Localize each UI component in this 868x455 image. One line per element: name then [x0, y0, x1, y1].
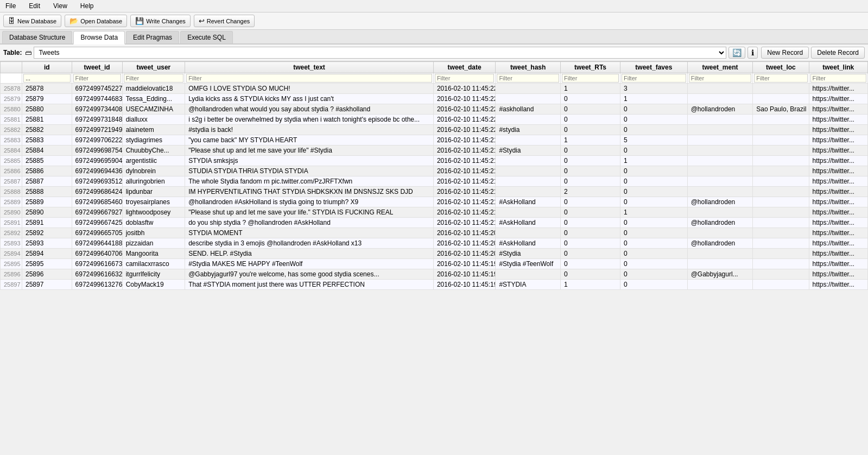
- table-row[interactable]: 25887 25887 697249969351299073 alluringo…: [1, 176, 868, 187]
- filter-tweet_id-input[interactable]: [73, 74, 121, 83]
- col-header-id[interactable]: id: [22, 62, 72, 73]
- cell-tweet_rts: 0: [560, 197, 620, 207]
- cell-tweet_date: 2016-02-10 11:45:22: [433, 94, 495, 104]
- cell-tweet_link: https://twitter...: [809, 125, 867, 135]
- cell-tweet_ment: [687, 125, 753, 135]
- table-row[interactable]: 25894 25894 697249964070674433 Mangoorit…: [1, 249, 868, 259]
- cell-id: 25888: [22, 187, 72, 197]
- open-database-button[interactable]: 📂 Open Database: [65, 15, 127, 27]
- filter-tweet_hash-input[interactable]: [497, 74, 559, 83]
- filter-tweet_faves-input[interactable]: [622, 74, 686, 83]
- col-header-tweet_date[interactable]: tweet_date: [433, 62, 495, 73]
- table-row[interactable]: 25881 25881 697249973184892928 dialluxx …: [1, 115, 868, 125]
- cell-tweet_id: 697249969590431744: [72, 156, 122, 166]
- filter-tweet_ment[interactable]: [687, 73, 753, 84]
- col-header-tweet_text[interactable]: tweet_text: [185, 62, 434, 73]
- filter-tweet_faves[interactable]: [620, 73, 688, 84]
- new-record-button[interactable]: New Record: [761, 47, 809, 59]
- cell-id: 25883: [22, 135, 72, 146]
- filter-tweet_date-input[interactable]: [435, 74, 494, 83]
- col-header-tweet_link[interactable]: tweet_link: [809, 62, 867, 73]
- table-row[interactable]: 25895 25895 697249961667383296 camilacxr…: [1, 259, 868, 269]
- filter-id-input[interactable]: [23, 74, 71, 83]
- filter-tweet_id[interactable]: [72, 73, 122, 84]
- delete-record-button[interactable]: Delete Record: [811, 47, 865, 59]
- filter-tweet_hash[interactable]: [496, 73, 561, 84]
- tab-browse-data[interactable]: Browse Data: [73, 31, 125, 45]
- cell-tweet_id: 697249973184892928: [72, 115, 122, 125]
- cell-id: 25879: [22, 94, 72, 104]
- row-num: 25884: [1, 146, 22, 156]
- cell-tweet_ment: [687, 146, 753, 156]
- table-row[interactable]: 25885 25885 697249969590431744 argentist…: [1, 156, 868, 166]
- col-header-tweet_ment[interactable]: tweet_ment: [687, 62, 753, 73]
- table-row[interactable]: 25879 25879 697249974468354050 Tessa_Edd…: [1, 94, 868, 104]
- data-table-wrapper[interactable]: id tweet_id tweet_user tweet_text tweet_…: [0, 61, 868, 455]
- cell-tweet_loc: [753, 259, 809, 269]
- table-row[interactable]: 25886 25886 697249969443627008 dylnobrei…: [1, 166, 868, 176]
- tab-execute-sql[interactable]: Execute SQL: [180, 31, 233, 43]
- filter-tweet_ment-input[interactable]: [689, 74, 752, 83]
- write-changes-button[interactable]: 💾 Write Changes: [130, 15, 191, 27]
- cell-tweet_hash: #Stydia: [496, 249, 561, 259]
- cell-tweet_ment: [687, 187, 753, 197]
- filter-tweet_loc[interactable]: [753, 73, 809, 84]
- table-row[interactable]: 25892 25892 697249966570528768 jositbh S…: [1, 228, 868, 238]
- col-header-tweet_faves[interactable]: tweet_faves: [620, 62, 688, 73]
- cell-tweet_faves: 0: [620, 197, 688, 207]
- table-row[interactable]: 25897 25897 697249961327620096 CobyMack1…: [1, 280, 868, 290]
- cell-tweet_loc: [753, 176, 809, 187]
- table-row[interactable]: 25896 25896 697249961663205376 itgurrlfe…: [1, 269, 868, 280]
- table-select[interactable]: Tweets: [34, 47, 726, 59]
- cell-tweet_user: lipdunbar: [122, 187, 185, 197]
- table-row[interactable]: 25882 25882 697249972194975744 alainetem…: [1, 125, 868, 135]
- col-header-tweet_rts[interactable]: tweet_RTs: [560, 62, 620, 73]
- menu-view[interactable]: View: [50, 1, 71, 11]
- revert-changes-button[interactable]: ↩ Revert Changes: [194, 15, 255, 27]
- col-header-tweet_user[interactable]: tweet_user: [122, 62, 185, 73]
- filter-id[interactable]: [22, 73, 72, 84]
- table-info-button[interactable]: ℹ: [747, 47, 758, 59]
- new-database-button[interactable]: 🗄 New Database: [3, 15, 61, 27]
- menu-edit[interactable]: Edit: [26, 1, 43, 11]
- table-row[interactable]: 25878 25878 697249974522740736 maddielov…: [1, 84, 868, 94]
- tab-edit-pragmas[interactable]: Edit Pragmas: [126, 31, 179, 43]
- tab-database-structure[interactable]: Database Structure: [2, 31, 72, 43]
- filter-tweet_user[interactable]: [122, 73, 185, 84]
- row-num: 25888: [1, 187, 22, 197]
- menu-file[interactable]: File: [2, 1, 19, 11]
- filter-tweet_link-input[interactable]: [810, 74, 866, 83]
- cell-tweet_loc: [753, 166, 809, 176]
- table-row[interactable]: 25890 25890 697249966792777731 lightwood…: [1, 207, 868, 218]
- col-header-tweet_id[interactable]: tweet_id: [72, 62, 122, 73]
- filter-tweet_rts-input[interactable]: [562, 74, 619, 83]
- filter-tweet_user-input[interactable]: [124, 74, 184, 83]
- refresh-table-button[interactable]: 🔄: [728, 47, 745, 59]
- table-row[interactable]: 25883 25883 697249970622226432 stydiagri…: [1, 135, 868, 146]
- table-row[interactable]: 25893 25893 697249964418850816 pizzaidan…: [1, 238, 868, 249]
- filter-tweet_text-input[interactable]: [186, 74, 432, 83]
- cell-tweet_text: do you ship stydia ? @hollandroden #AskH…: [185, 218, 434, 228]
- table-row[interactable]: 25891 25891 697249966742511617 doblasftw…: [1, 218, 868, 228]
- filter-tweet_link[interactable]: [809, 73, 867, 84]
- filter-tweet_loc-input[interactable]: [754, 74, 807, 83]
- table-row[interactable]: 25880 25880 697249973440811008 USECAMZIN…: [1, 104, 868, 115]
- col-header-tweet_loc[interactable]: tweet_loc: [753, 62, 809, 73]
- table-row[interactable]: 25888 25888 697249968642457600 lipdunbar…: [1, 187, 868, 197]
- col-header-tweet_hash[interactable]: tweet_hash: [496, 62, 561, 73]
- cell-tweet_date: 2016-02-10 11:45:19: [433, 269, 495, 280]
- cell-tweet_ment: [687, 135, 753, 146]
- filter-tweet_text[interactable]: [185, 73, 434, 84]
- filter-tweet_rts[interactable]: [560, 73, 620, 84]
- cell-tweet_hash: #Stydia: [496, 146, 561, 156]
- cell-tweet_loc: [753, 115, 809, 125]
- cell-tweet_ment: [687, 115, 753, 125]
- table-row[interactable]: 25889 25889 697249968546058240 troyesair…: [1, 197, 868, 207]
- cell-tweet_user: ChuubbyChe...: [122, 146, 185, 156]
- filter-tweet_date[interactable]: [433, 73, 495, 84]
- cell-tweet_id: 697249961327620096: [72, 280, 122, 290]
- menu-help[interactable]: Help: [77, 1, 97, 11]
- cell-tweet_loc: [753, 238, 809, 249]
- cell-tweet_ment: @hollandroden: [687, 104, 753, 115]
- table-row[interactable]: 25884 25884 697249969875488768 ChuubbyCh…: [1, 146, 868, 156]
